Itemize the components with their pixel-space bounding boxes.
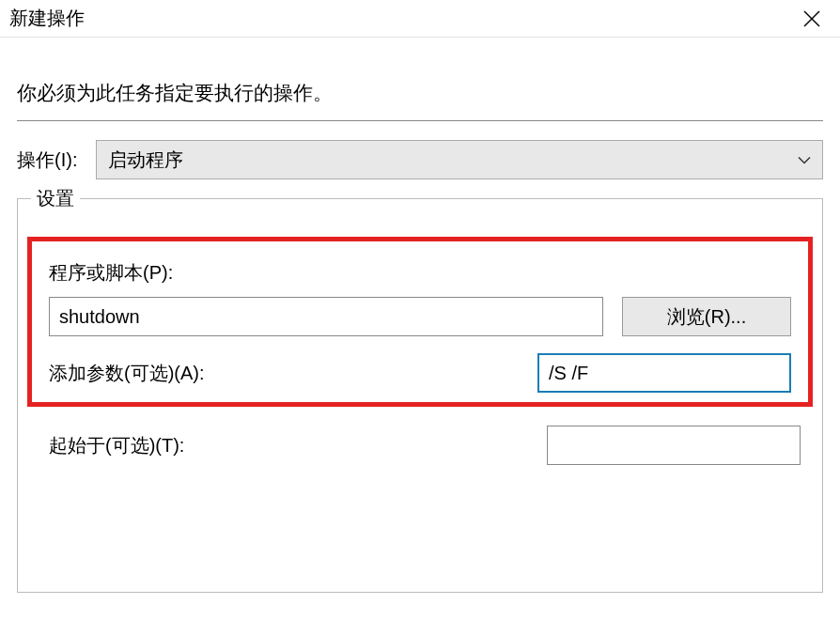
- dialog-content: 你必须为此任务指定要执行的操作。 操作(I): 启动程序 设置 程序或脚本(P)…: [0, 38, 840, 593]
- window-title: 新建操作: [9, 6, 85, 31]
- startin-label: 起始于(可选)(T):: [49, 433, 184, 458]
- program-input[interactable]: [49, 297, 603, 336]
- highlight-box: 程序或脚本(P): 浏览(R)... 添加参数(可选)(A):: [27, 237, 813, 407]
- program-label: 程序或脚本(P):: [49, 260, 791, 286]
- chevron-down-icon: [798, 150, 811, 170]
- action-row: 操作(I): 启动程序: [17, 140, 823, 179]
- startin-row: 起始于(可选)(T):: [18, 416, 822, 465]
- titlebar: 新建操作: [0, 0, 840, 38]
- arguments-label: 添加参数(可选)(A):: [49, 361, 205, 386]
- close-icon: [803, 10, 820, 27]
- settings-legend: 设置: [31, 186, 80, 211]
- instruction-text: 你必须为此任务指定要执行的操作。: [17, 56, 823, 120]
- action-select[interactable]: 启动程序: [96, 140, 823, 179]
- browse-button[interactable]: 浏览(R)...: [622, 297, 791, 336]
- action-label: 操作(I):: [17, 147, 77, 173]
- settings-group: 设置 程序或脚本(P): 浏览(R)... 添加参数(可选)(A): 起始于(可…: [17, 198, 823, 593]
- separator: [17, 120, 823, 121]
- program-row: 浏览(R)...: [49, 297, 791, 336]
- action-select-value: 启动程序: [108, 147, 183, 173]
- arguments-input[interactable]: [537, 353, 791, 393]
- arguments-row: 添加参数(可选)(A):: [49, 353, 791, 393]
- close-button[interactable]: [793, 0, 831, 38]
- startin-input[interactable]: [547, 426, 801, 465]
